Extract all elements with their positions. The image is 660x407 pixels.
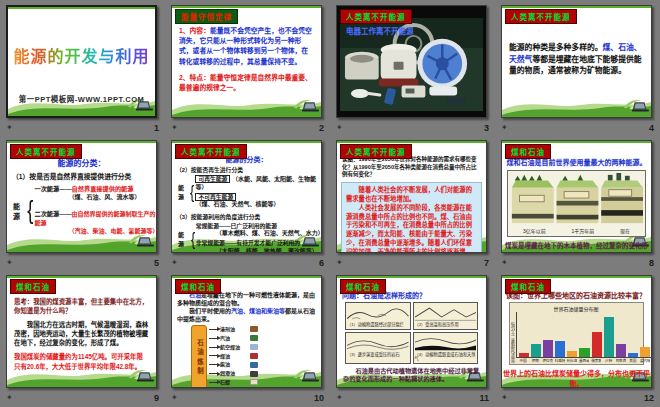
slide-top-accent — [7, 141, 156, 143]
formation-panel: （4）动植物遗骸变成石油和天然气 — [413, 332, 479, 364]
refinery-product-row: 柴油 — [209, 361, 258, 369]
section-header-badge: 人类离不开能源 — [10, 144, 82, 159]
chart-bar — [543, 340, 553, 357]
product-icon — [250, 362, 258, 368]
template-site-credit: 第一PPT模板网-WWW.1PPT.COM — [8, 93, 155, 104]
slide-number: 12 — [644, 393, 654, 403]
coal-reserve-fact: 我国煤炭的储藏量约为1145亿吨。可开采年限只有20.6年，大大低于世界平均年限… — [14, 352, 149, 371]
refinery-product-row: 石蜡 — [209, 378, 258, 386]
product-icon — [250, 371, 258, 377]
laptop-leaves-clipart — [292, 96, 319, 114]
arrow-icon — [209, 364, 218, 365]
chart-category-label: 科威特 — [555, 358, 565, 363]
transition-icon[interactable]: ✦ — [171, 259, 178, 267]
chart-bar — [555, 341, 565, 357]
slide-number: 2 — [319, 123, 324, 133]
slide-7[interactable]: 人类离不开能源 读图：1990年至2050年世界对各种能源的需求有哪些变化？从1… — [336, 140, 487, 253]
arrow-icon — [209, 382, 218, 383]
slide-cell-6: 人类离不开能源 能源的分类： （2）按能否再生进行分类 能源{ 可再生能源 （水… — [165, 137, 330, 272]
section-header-badge: 人类离不开能源 — [175, 144, 247, 159]
section-header-badge: 煤和石油 — [505, 144, 551, 159]
slide-3[interactable]: 人类离不开能源 电器工作离不开能源 — [336, 5, 487, 118]
answer-highlight-box: 随着人类社会的不断发展，人们对能源的需求量也在不断地增加。 人类社会发展的不同阶… — [341, 182, 482, 253]
slide-cell-4: 人类离不开能源 能源的种类是多种多样的。煤、石油、天然气等都是埋藏在地底下能够提… — [495, 2, 660, 137]
chart-bar — [616, 344, 626, 358]
section-header-badge: 人类离不开能源 — [340, 9, 412, 24]
chart-category-label: 委内瑞拉 — [640, 358, 650, 363]
slide-1[interactable]: 能源的开发与利用 第一PPT模板网-WWW.1PPT.COM — [6, 5, 157, 118]
product-icon — [250, 353, 258, 359]
slide-11[interactable]: 煤和石油 问题：石油是怎样形成的？ （1）动植物遗骸经过部分腐烂 （2）受高温和… — [336, 275, 487, 388]
transition-icon[interactable]: ✦ — [501, 124, 508, 132]
refinery-product-row: 沥青 — [209, 387, 258, 388]
slide-number: 1 — [154, 123, 159, 133]
oil-formation-panels: （1）动植物遗骸经过部分腐烂 （2）受高温和高压作用 （3）逐步演变成受压的岩石… — [345, 302, 478, 364]
slide-10[interactable]: 煤和石油 石油是埋藏在地下的一种可燃性液体能源，是由多种物质组成的混合物。 我们… — [171, 275, 322, 388]
section-header-badge: 煤和石油 — [175, 279, 221, 294]
slide-number: 6 — [319, 258, 324, 268]
transition-icon[interactable]: ✦ — [171, 394, 178, 402]
arrow-icon — [209, 329, 218, 330]
answer-paragraph-1: 随着人类社会的不断发展，人们对能源的需求量也在不断地增加。 — [346, 186, 477, 204]
petroleum-products-intro: 我们平时使用的汽油、煤油和柴油等都是从石油中提炼出来。 — [177, 307, 316, 323]
transition-icon[interactable]: ✦ — [336, 394, 343, 402]
refinery-diagram: 石油炼制 溶剂油 汽油 航空煤油 煤油 柴油 润滑油 石蜡 沥青 — [191, 325, 316, 388]
slide-cell-11: 煤和石油 问题：石油是怎样形成的？ （1）动植物遗骸经过部分腐烂 （2）受高温和… — [330, 272, 495, 407]
chart-bar — [519, 353, 529, 357]
law-feature-paragraph: 2、特点：能量守恒定律是自然界中最重要、最普遍的规律之一。 — [179, 73, 314, 93]
product-icon — [250, 344, 258, 350]
slide-cell-8: 煤和石油 煤和石油是目前世界使用量最大的两种能源。 — [495, 137, 660, 272]
arrow-icon — [209, 355, 218, 356]
stage-label: 现在 — [620, 227, 630, 234]
laptop-leaves-clipart — [622, 96, 649, 114]
oil-reserves-chart-labels: 中国伊朗伊拉克科威特利比亚墨西哥俄罗斯沙特阿联酋美国委内瑞拉其他国家 — [516, 358, 652, 363]
transition-icon[interactable]: ✦ — [171, 124, 178, 132]
slide-number: 8 — [649, 258, 654, 268]
arrow-icon — [209, 373, 218, 374]
product-icon — [250, 379, 258, 385]
refinery-product-row: 溶剂油 — [209, 325, 258, 333]
transition-icon[interactable]: ✦ — [6, 394, 13, 402]
chart-category-label: 伊拉克 — [542, 358, 552, 363]
section-header-badge: 能量守恒定律 — [175, 9, 238, 24]
slide-number: 9 — [154, 393, 159, 403]
think-question: 思考：我国的煤资源丰富，但主要集中在北方，你知道是为什么吗？ — [14, 297, 149, 316]
slide-5[interactable]: 人类离不开能源 能源的分类： （1）按是否是自然界直接提供进行分类 能源{ 一次… — [6, 140, 157, 253]
chart-bar — [531, 344, 541, 358]
refinery-product-row: 煤油 — [209, 352, 258, 360]
slide-6[interactable]: 人类离不开能源 能源的分类： （2）按能否再生进行分类 能源{ 可再生能源 （水… — [171, 140, 322, 253]
slide-number: 7 — [484, 258, 489, 268]
law-content-paragraph: 1、内容：能量既不会凭空产生，也不会凭空消失，它只能从一种形式转化为另一种形式，… — [179, 26, 314, 67]
slide-12[interactable]: 煤和石油 读图：世界上哪些地区的石油资源比较丰富？ 世界石油储量分布图 世界石油… — [501, 275, 652, 388]
section-header-badge: 煤和石油 — [505, 279, 551, 294]
slide-4[interactable]: 人类离不开能源 能源的种类是多种多样的。煤、石油、天然气等都是埋藏在地底下能够提… — [501, 5, 652, 118]
slide-cell-3: 人类离不开能源 电器工作离不开能源 — [330, 2, 495, 137]
transition-icon[interactable]: ✦ — [501, 394, 508, 402]
chart-bar — [604, 317, 614, 358]
formation-panel: （3）逐步演变成受压的岩石 — [345, 332, 411, 364]
refinery-product-row: 航空煤油 — [209, 343, 258, 351]
slide-2[interactable]: 能量守恒定律 1、内容：能量既不会凭空产生，也不会凭空消失，它只能从一种形式转化… — [171, 5, 322, 118]
transition-icon[interactable]: ✦ — [6, 259, 13, 267]
chart-category-label: 阿联酋 — [616, 358, 626, 363]
slide-9[interactable]: 煤和石油 思考：我国的煤资源丰富，但主要集中在北方，你知道是为什么吗？ 我国北方… — [6, 275, 157, 388]
formation-panel: （1）动植物遗骸经过部分腐烂 — [345, 302, 411, 330]
transition-icon[interactable]: ✦ — [336, 259, 343, 267]
transition-icon[interactable]: ✦ — [501, 259, 508, 267]
photo-caption: 电器工作离不开能源 — [346, 25, 414, 36]
chart-category-label: 中国 — [518, 358, 528, 363]
slide-8[interactable]: 煤和石油 煤和石油是目前世界使用量最大的两种能源。 — [501, 140, 652, 253]
slide-cell-9: 煤和石油 思考：我国的煤资源丰富，但主要集中在北方，你知道是为什么吗？ 我国北方… — [0, 272, 165, 407]
refinery-product-row: 汽油 — [209, 334, 258, 342]
chart-category-label: 俄罗斯 — [591, 358, 601, 363]
slide-sorter: 能源的开发与利用 第一PPT模板网-WWW.1PPT.COM ✦ 1 能量守恒定… — [0, 0, 660, 407]
slide-number: 3 — [484, 123, 489, 133]
formation-panel: （2）受高温和高压作用 — [413, 302, 479, 330]
slide-number: 10 — [314, 393, 324, 403]
slide-cell-1: 能源的开发与利用 第一PPT模板网-WWW.1PPT.COM ✦ 1 — [0, 2, 165, 137]
slide-number: 11 — [479, 393, 489, 403]
slide-number: 5 — [154, 258, 159, 268]
transition-icon[interactable]: ✦ — [6, 124, 13, 132]
transition-icon[interactable]: ✦ — [336, 124, 343, 132]
product-icon — [250, 335, 258, 341]
